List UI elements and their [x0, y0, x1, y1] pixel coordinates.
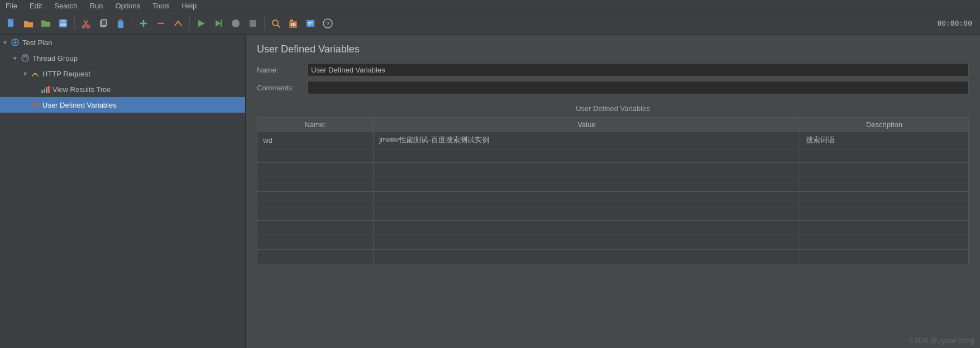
- remove-button[interactable]: [153, 16, 169, 31]
- svg-rect-40: [48, 86, 50, 93]
- menu-bar: File Edit Search Run Options Tools Help: [0, 0, 980, 12]
- svg-rect-37: [41, 90, 43, 93]
- tree-item-user-defined-variables[interactable]: ▶ User Defined Variables: [0, 97, 245, 113]
- cell-empty: [800, 177, 968, 192]
- svg-marker-15: [198, 20, 205, 27]
- cell-empty: [257, 235, 374, 250]
- menu-search[interactable]: Search: [52, 1, 79, 11]
- svg-rect-38: [44, 89, 45, 93]
- paste-button[interactable]: [113, 16, 128, 31]
- table-row-empty: [257, 192, 969, 206]
- table-row-empty: [257, 221, 969, 235]
- http-request-icon: [30, 69, 40, 79]
- comments-field-row: Comments:: [257, 81, 969, 94]
- table-row-empty: [257, 163, 969, 177]
- view-results-tree-icon: [40, 84, 50, 94]
- view-results-tree-label: View Results Tree: [52, 85, 243, 94]
- thread-group-icon: [20, 53, 30, 63]
- cell-empty: [257, 192, 374, 206]
- cell-empty: [374, 206, 800, 221]
- svg-rect-2: [61, 20, 65, 22]
- find-button[interactable]: [268, 16, 284, 31]
- watermark: CSDN @Liyuan Dong: [909, 337, 974, 345]
- menu-file[interactable]: File: [3, 1, 20, 11]
- toggle-button[interactable]: [170, 16, 186, 31]
- tree-arrow-http-request: ▼: [22, 71, 30, 77]
- table-row[interactable]: wdjmeter性能测试-百度搜索测试实例搜索词语: [257, 132, 969, 148]
- menu-edit[interactable]: Edit: [27, 1, 44, 11]
- table-row-empty: [257, 177, 969, 192]
- help-button[interactable]: ?: [320, 16, 336, 31]
- open-button[interactable]: [21, 16, 36, 31]
- cell-empty: [374, 250, 800, 264]
- separator-1: [74, 17, 75, 30]
- cell-empty: [800, 221, 968, 235]
- separator-3: [189, 17, 190, 30]
- new-button[interactable]: [3, 16, 19, 31]
- content-panel: User Defined Variables Name: Comments: U…: [246, 35, 980, 348]
- cell-empty: [374, 148, 800, 163]
- run-single-button[interactable]: [211, 16, 226, 31]
- open-recent-button[interactable]: [38, 16, 54, 31]
- svg-rect-3: [60, 23, 66, 26]
- http-request-label: HTTP Request: [42, 70, 243, 78]
- save-button[interactable]: [55, 16, 71, 31]
- function-helper-button[interactable]: [303, 16, 318, 31]
- svg-marker-16: [216, 20, 221, 27]
- name-input[interactable]: [307, 63, 969, 76]
- menu-run[interactable]: Run: [88, 1, 106, 11]
- name-label: Name:: [257, 66, 307, 74]
- tree-item-view-results-tree[interactable]: ▶ View Results Tree: [0, 81, 245, 97]
- svg-text:?: ?: [326, 20, 329, 27]
- menu-options[interactable]: Options: [113, 1, 142, 11]
- user-defined-variables-label: User Defined Variables: [42, 101, 243, 109]
- tree-item-thread-group[interactable]: ▼ Thread Group: [0, 50, 245, 66]
- cell-empty: [257, 250, 374, 264]
- tree-arrow-thread-group: ▼: [12, 55, 20, 61]
- cell-empty: [800, 192, 968, 206]
- cell-value: jmeter性能测试-百度搜索测试实例: [374, 132, 800, 148]
- cell-empty: [257, 148, 374, 163]
- menu-help[interactable]: Help: [180, 1, 199, 11]
- stop-now-button[interactable]: [245, 16, 261, 31]
- cell-name: wd: [257, 132, 374, 148]
- cell-empty: [374, 235, 800, 250]
- tree-item-http-request[interactable]: ▼ HTTP Request: [0, 66, 245, 81]
- svg-rect-27: [307, 20, 314, 27]
- table-row-empty: [257, 148, 969, 163]
- cell-empty: [374, 192, 800, 206]
- tree-arrow-test-plan: ▼: [2, 40, 10, 46]
- panel-title: User Defined Variables: [257, 44, 969, 55]
- svg-rect-39: [46, 87, 47, 93]
- cell-empty: [257, 163, 374, 177]
- col-header-description: Description: [800, 118, 968, 132]
- test-plan-icon: [10, 37, 20, 47]
- comments-input[interactable]: [307, 81, 969, 94]
- cell-empty: [374, 177, 800, 192]
- toolbar: ? 00:00:00: [0, 12, 980, 35]
- cell-empty: [800, 235, 968, 250]
- svg-rect-19: [250, 20, 256, 27]
- cell-empty: [374, 163, 800, 177]
- add-button[interactable]: [136, 16, 151, 31]
- stop-button[interactable]: [228, 16, 243, 31]
- col-header-name: Name:: [257, 118, 374, 132]
- thread-group-label: Thread Group: [32, 54, 243, 62]
- table-row-empty: [257, 250, 969, 264]
- svg-line-21: [278, 25, 280, 27]
- comments-label: Comments:: [257, 84, 307, 92]
- cell-empty: [800, 163, 968, 177]
- svg-point-20: [273, 20, 278, 26]
- variables-table: Name: Value Description wdjmeter性能测试-百度搜…: [257, 117, 969, 264]
- cut-button[interactable]: [78, 16, 94, 31]
- menu-tools[interactable]: Tools: [150, 1, 171, 11]
- cell-empty: [800, 148, 968, 163]
- copy-button[interactable]: [95, 16, 111, 31]
- tree-item-test-plan[interactable]: ▼ Test Plan: [0, 35, 245, 50]
- run-button[interactable]: [193, 16, 209, 31]
- svg-rect-11: [119, 20, 122, 22]
- cell-empty: [374, 221, 800, 235]
- separator-2: [132, 17, 132, 30]
- table-row-empty: [257, 235, 969, 250]
- clear-button[interactable]: [285, 16, 301, 31]
